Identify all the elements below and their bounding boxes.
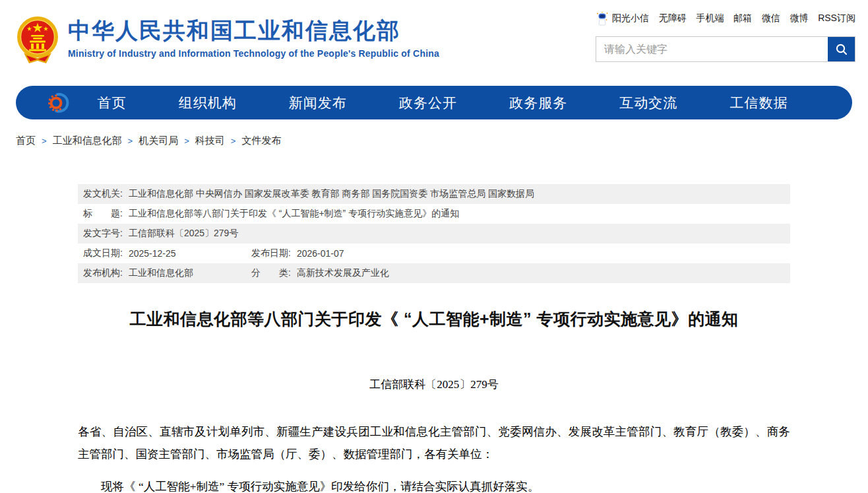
search-input[interactable] bbox=[596, 37, 828, 61]
quick-link-label: RSS订阅 bbox=[818, 13, 855, 24]
main-nav: 首页 组织机构 新闻发布 政务公开 政务服务 互动交流 工信数据 bbox=[16, 86, 852, 119]
meta-label: 发文机关: bbox=[83, 188, 123, 200]
meta-row-doc-number: 发文字号: 工信部联科〔2025〕279号 bbox=[78, 224, 790, 244]
breadcrumb-science-tech-dept[interactable]: 科技司 bbox=[195, 135, 225, 147]
meta-value: 工业和信息化部 bbox=[129, 267, 193, 279]
quick-link-accessibility[interactable]: 无障碍 bbox=[659, 13, 687, 24]
miit-gear-logo-icon bbox=[46, 90, 71, 115]
quick-link-label: 邮箱 bbox=[733, 13, 752, 24]
nav-item-gov-disclosure[interactable]: 政务公开 bbox=[399, 94, 457, 112]
document-meta-table: 发文机关: 工业和信息化部 中央网信办 国家发展改革委 教育部 商务部 国务院国… bbox=[78, 184, 790, 283]
meta-value: 工信部联科〔2025〕279号 bbox=[129, 228, 239, 240]
national-emblem-icon bbox=[16, 15, 59, 66]
site-subtitle: Ministry of Industry and Information Tec… bbox=[68, 48, 439, 59]
quick-link-label: 阳光小信 bbox=[612, 13, 649, 24]
site-title: 中华人民共和国工业和信息化部 bbox=[68, 17, 439, 44]
meta-row-title: 标 题: 工业和信息化部等八部门关于印发《 “人工智能+制造” 专项行动实施意见… bbox=[78, 204, 790, 224]
search-icon bbox=[835, 43, 848, 56]
breadcrumb-document-release[interactable]: 文件发布 bbox=[241, 135, 281, 147]
breadcrumb: 首页 > 工业和信息化部 > 机关司局 > 科技司 > 文件发布 bbox=[16, 135, 852, 147]
breadcrumb-home[interactable]: 首页 bbox=[16, 135, 36, 147]
breadcrumb-separator: > bbox=[184, 136, 189, 146]
meta-label: 标 题: bbox=[83, 208, 123, 220]
quick-link-weibo[interactable]: 微博 bbox=[790, 13, 808, 24]
meta-label: 发布机构: bbox=[83, 267, 123, 279]
document-paragraph: 各省、自治区、直辖市及计划单列市、新疆生产建设兵团工业和信息化主管部门、党委网信… bbox=[78, 420, 790, 465]
meta-row-dates: 成文日期: 2025-12-25 发布日期: 2026-01-07 bbox=[78, 244, 790, 263]
site-header: 中华人民共和国工业和信息化部 Ministry of Industry and … bbox=[0, 0, 868, 83]
meta-value: 工业和信息化部等八部门关于印发《 “人工智能+制造” 专项行动实施意见》的通知 bbox=[129, 208, 459, 220]
breadcrumb-departments[interactable]: 机关司局 bbox=[139, 135, 178, 147]
meta-label: 发文字号: bbox=[83, 228, 123, 240]
nav-item-miit-data[interactable]: 工信数据 bbox=[729, 94, 788, 112]
quick-link-label: 手机端 bbox=[696, 13, 724, 24]
site-brand[interactable]: 中华人民共和国工业和信息化部 Ministry of Industry and … bbox=[16, 15, 439, 66]
meta-row-issuing-agencies: 发文机关: 工业和信息化部 中央网信办 国家发展改革委 教育部 商务部 国务院国… bbox=[78, 184, 790, 204]
breadcrumb-miit[interactable]: 工业和信息化部 bbox=[53, 135, 122, 147]
nav-item-news[interactable]: 新闻发布 bbox=[289, 94, 347, 112]
document-page: 发文机关: 工业和信息化部 中央网信办 国家发展改革委 教育部 商务部 国务院国… bbox=[78, 184, 790, 493]
search-button[interactable] bbox=[828, 37, 855, 61]
nav-item-home[interactable]: 首页 bbox=[98, 94, 127, 112]
breadcrumb-separator: > bbox=[128, 136, 133, 146]
quick-link-mobile[interactable]: 手机端 bbox=[696, 13, 724, 24]
document-title: 工业和信息化部等八部门关于印发《 “人工智能+制造” 专项行动实施意见》的通知 bbox=[78, 308, 790, 330]
nav-items: 首页 组织机构 新闻发布 政务公开 政务服务 互动交流 工信数据 bbox=[71, 94, 814, 112]
meta-value: 2025-12-25 bbox=[129, 248, 176, 259]
quick-link-rss[interactable]: RSS订阅 bbox=[818, 13, 855, 24]
quick-link-wechat[interactable]: 微信 bbox=[762, 13, 780, 24]
meta-value: 2026-01-07 bbox=[297, 248, 344, 259]
breadcrumb-separator: > bbox=[42, 136, 47, 146]
quick-link-sunshine[interactable]: 阳光小信 bbox=[596, 11, 649, 26]
search-bar bbox=[596, 36, 855, 62]
meta-value: 高新技术发展及产业化 bbox=[297, 267, 389, 279]
document-paragraph: 现将《 “人工智能+制造” 专项行动实施意见》印发给你们，请结合实际认真抓好落实… bbox=[78, 475, 790, 493]
document-number: 工信部联科〔2025〕279号 bbox=[78, 377, 790, 392]
quick-links: 阳光小信 无障碍 手机端 邮箱 微信 微博 RSS订阅 bbox=[596, 11, 855, 26]
breadcrumb-separator: > bbox=[231, 136, 236, 146]
mascot-icon bbox=[596, 11, 609, 26]
nav-item-interaction[interactable]: 互动交流 bbox=[619, 94, 677, 112]
meta-value: 工业和信息化部 中央网信办 国家发展改革委 教育部 商务部 国务院国资委 市场监… bbox=[129, 188, 534, 200]
document-body: 各省、自治区、直辖市及计划单列市、新疆生产建设兵团工业和信息化主管部门、党委网信… bbox=[78, 420, 790, 493]
meta-label: 发布日期: bbox=[251, 247, 291, 259]
meta-label: 分 类: bbox=[251, 267, 291, 279]
meta-label: 成文日期: bbox=[83, 247, 123, 259]
nav-item-gov-services[interactable]: 政务服务 bbox=[509, 94, 567, 112]
quick-link-label: 无障碍 bbox=[659, 13, 687, 24]
header-utilities: 阳光小信 无障碍 手机端 邮箱 微信 微博 RSS订阅 bbox=[596, 11, 855, 62]
quick-link-label: 微博 bbox=[790, 13, 808, 24]
quick-link-mail[interactable]: 邮箱 bbox=[733, 13, 752, 24]
meta-row-publisher-category: 发布机构: 工业和信息化部 分 类: 高新技术发展及产业化 bbox=[78, 263, 790, 283]
nav-item-organization[interactable]: 组织机构 bbox=[179, 94, 237, 112]
quick-link-label: 微信 bbox=[762, 13, 780, 24]
